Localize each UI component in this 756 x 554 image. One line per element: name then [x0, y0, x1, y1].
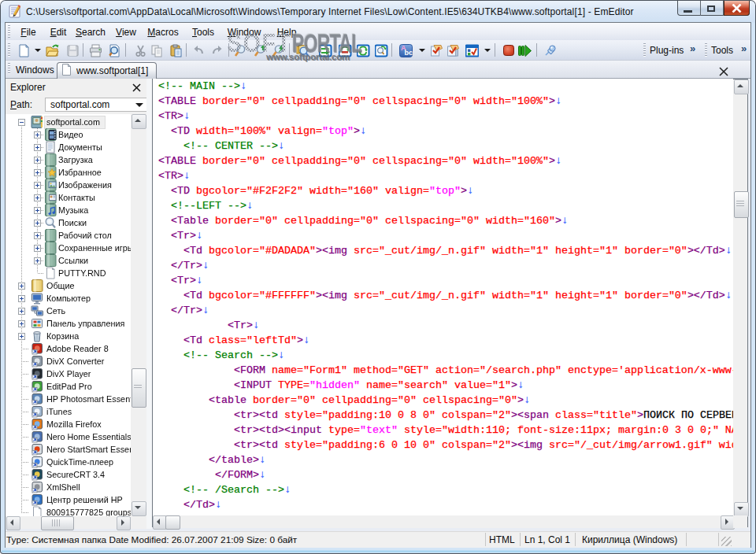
svg-text:bc: bc — [405, 49, 413, 57]
